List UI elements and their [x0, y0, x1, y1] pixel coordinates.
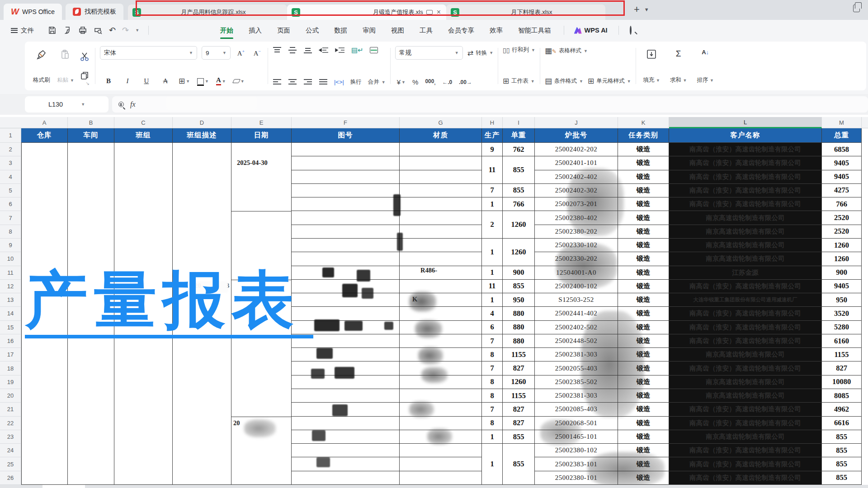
cell-I11[interactable]: 900 — [503, 266, 535, 280]
cell-G10[interactable] — [400, 252, 482, 266]
cell-G12[interactable] — [400, 280, 482, 293]
paste-button[interactable]: 粘贴 ▼ — [55, 46, 77, 86]
cell-M23[interactable]: 855 — [822, 430, 862, 444]
cell-L18[interactable]: 南高齿（淮安）高速齿轮制造有限公司 — [669, 361, 822, 375]
row-header-5[interactable]: 5 — [0, 184, 21, 197]
cell-M7[interactable]: 2520 — [822, 211, 862, 225]
cell-J3[interactable]: 25002401-101 — [535, 156, 618, 170]
row-header-6[interactable]: 6 — [0, 197, 21, 211]
tab-docer-templates[interactable]: 找稻壳模板 — [66, 4, 123, 20]
cell-H22[interactable]: 8 — [482, 417, 503, 430]
cell-H13[interactable]: 1 — [482, 293, 503, 307]
row-header-8[interactable]: 8 — [0, 225, 21, 239]
cell-L14[interactable]: 南高齿（淮安）高速齿轮制造有限公司 — [669, 307, 822, 320]
row-header-22[interactable]: 22 — [0, 417, 21, 430]
cell-K4[interactable]: 锻造 — [618, 170, 669, 184]
menu-item-插入[interactable]: 插入 — [248, 20, 263, 41]
increase-font-icon[interactable]: A+ — [235, 49, 247, 57]
cell-M11[interactable]: 900 — [822, 266, 862, 280]
search-button[interactable] — [630, 27, 632, 34]
cell-G25[interactable] — [400, 457, 482, 471]
header-cell-L[interactable]: 客户名称 — [669, 128, 822, 143]
cell-G24[interactable] — [400, 444, 482, 457]
menu-item-审阅[interactable]: 审阅 — [362, 20, 377, 41]
increase-indent-icon[interactable] — [335, 47, 345, 54]
column-header-L[interactable]: L — [669, 117, 822, 128]
menu-item-数据[interactable]: 数据 — [333, 20, 348, 41]
header-cell-H[interactable]: 生产 — [482, 128, 503, 143]
cell-H23[interactable]: 1 — [482, 430, 503, 444]
cell-K22[interactable]: 锻造 — [618, 417, 669, 430]
cell-I17[interactable]: 1155 — [503, 348, 535, 361]
cell-M24[interactable]: 855 — [822, 444, 862, 457]
cell-M15[interactable]: 5280 — [822, 321, 862, 334]
cell-I20[interactable]: 1155 — [503, 389, 535, 403]
header-cell-C[interactable]: 班组 — [114, 128, 173, 143]
cell-L4[interactable]: 南高齿（淮安）高速齿轮制造有限公司 — [669, 170, 822, 184]
percent-button[interactable]: % — [412, 78, 418, 86]
cell-H14[interactable]: 4 — [482, 307, 503, 320]
cell-L19[interactable]: 南京高速齿轮制造有限公司 — [669, 375, 822, 389]
cell-L22[interactable]: 南高齿（淮安）高速齿轮制造有限公司 — [669, 417, 822, 430]
cell-K10[interactable]: 锻造 — [618, 252, 669, 266]
cell-F2[interactable] — [292, 143, 400, 156]
cell-F25[interactable] — [292, 457, 400, 471]
cell-M8[interactable]: 2520 — [822, 225, 862, 239]
cell-G11[interactable] — [400, 266, 482, 280]
cell-I12[interactable]: 855 — [503, 280, 535, 293]
menu-item-开始[interactable]: 开始 — [219, 20, 234, 41]
cell-K9[interactable]: 锻造 — [618, 239, 669, 252]
cell-I6[interactable]: 766 — [503, 197, 535, 211]
cell-F7[interactable] — [292, 211, 400, 225]
cell-L12[interactable]: 南高齿（淮安）高速齿轮制造有限公司 — [669, 280, 822, 293]
row-header-15[interactable]: 15 — [0, 321, 21, 334]
align-left-icon[interactable] — [273, 79, 282, 86]
cell-F4[interactable] — [292, 170, 400, 184]
clear-format-button[interactable]: ▼ — [233, 79, 245, 84]
cell-H16[interactable]: 7 — [482, 334, 503, 348]
cell-M9[interactable]: 1260 — [822, 239, 862, 252]
column-header-E[interactable]: E — [231, 117, 292, 128]
column-header-A[interactable]: A — [21, 117, 68, 128]
cell-L7[interactable]: 南京高速齿轮制造有限公司 — [669, 211, 822, 225]
cell-F14[interactable] — [292, 307, 400, 320]
menu-item-会员专享[interactable]: 会员专享 — [447, 20, 475, 41]
sheet-tab-active[interactable]: Sheet13 — [42, 485, 85, 488]
cell-I2[interactable]: 762 — [503, 143, 535, 156]
row-header-17[interactable]: 17 — [0, 348, 21, 361]
cell-H17[interactable]: 8 — [482, 348, 503, 361]
wrap-text-button[interactable]: ▤↵ — [351, 46, 363, 54]
worksheet-button[interactable]: ⊞ 工作表 ▼ — [503, 76, 535, 86]
cell-style-button[interactable]: ⊞ 单元格样式 ▼ — [588, 76, 631, 86]
cell-K5[interactable]: 锻造 — [618, 184, 669, 197]
wrap-text-label[interactable]: 换行 — [350, 78, 362, 86]
cell-K7[interactable]: 锻造 — [618, 211, 669, 225]
merge-cells-button[interactable] — [370, 47, 378, 53]
cell-I15[interactable]: 880 — [503, 321, 535, 334]
cell-H24[interactable]: 1 — [482, 444, 503, 485]
cell-G26[interactable] — [400, 471, 482, 485]
column-header-B[interactable]: B — [68, 117, 114, 128]
header-cell-F[interactable]: 图号 — [292, 128, 400, 143]
cell-L20[interactable]: 南京高速齿轮制造有限公司 — [669, 389, 822, 403]
export-icon[interactable] — [63, 26, 72, 35]
cell-M4[interactable]: 9405 — [822, 170, 862, 184]
row-header-20[interactable]: 20 — [0, 389, 21, 403]
quick-toolbar-chevron-icon[interactable]: ▼ — [135, 28, 139, 33]
align-top-icon[interactable] — [273, 47, 282, 54]
row-header-24[interactable]: 24 — [0, 444, 21, 457]
cell-L2[interactable]: 南高齿（淮安）高速齿轮制造有限公司 — [669, 143, 822, 156]
cell-L24[interactable]: 南高齿（淮安）高速齿轮制造有限公司 — [669, 444, 822, 457]
column-header-I[interactable]: I — [503, 117, 535, 128]
column-header-K[interactable]: K — [618, 117, 669, 128]
save-icon[interactable] — [47, 26, 57, 35]
cell-I7[interactable]: 1260 — [503, 211, 535, 239]
name-box[interactable]: L130 ▼ — [25, 96, 108, 113]
thousands-separator-button[interactable]: 000, — [425, 78, 435, 85]
cell-F8[interactable] — [292, 225, 400, 239]
header-cell-A[interactable]: 仓库 — [21, 128, 68, 143]
cell-I24[interactable]: 855 — [503, 444, 535, 485]
format-painter-button[interactable]: 格式刷 — [30, 46, 53, 86]
cell-L13[interactable]: 大连华锐重工集团股份有限公司通用减速机厂 — [669, 293, 822, 307]
cell-L8[interactable]: 南京高速齿轮制造有限公司 — [669, 225, 822, 239]
